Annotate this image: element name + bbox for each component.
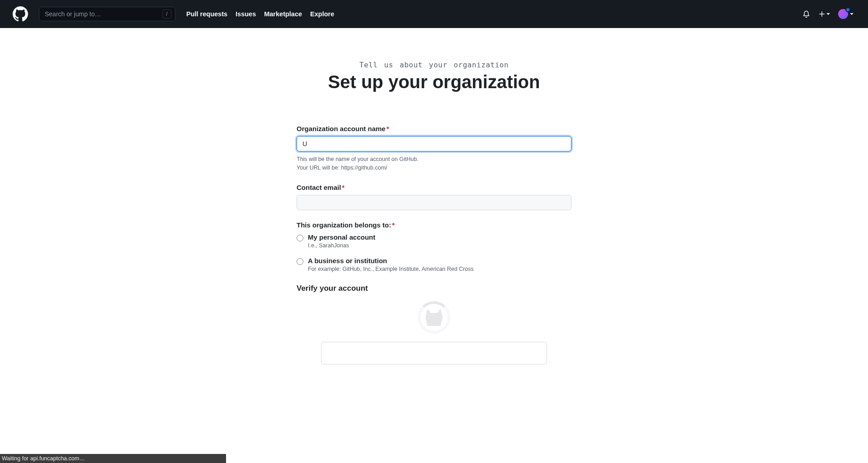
page-subtitle: Tell us about your organization — [276, 61, 592, 69]
status-indicator-icon — [845, 7, 850, 12]
github-logo[interactable] — [13, 6, 28, 22]
belongs-to-label: This organization belongs to:* — [297, 221, 571, 229]
captcha-container[interactable] — [321, 342, 547, 364]
nav-pull-requests[interactable]: Pull requests — [186, 10, 227, 18]
chevron-down-icon — [826, 13, 830, 15]
belongs-to-options: My personal account I.e., SarahJonas A b… — [297, 233, 571, 272]
notifications-button[interactable] — [802, 10, 810, 18]
required-marker: * — [342, 184, 344, 191]
primary-nav: Pull requests Issues Marketplace Explore — [186, 10, 334, 18]
option-business-label: A business or institution — [308, 257, 474, 265]
radio-business[interactable] — [297, 258, 303, 265]
global-search[interactable]: / — [39, 7, 175, 21]
option-business[interactable]: A business or institution For example: G… — [297, 257, 571, 272]
user-menu[interactable] — [838, 9, 854, 19]
required-marker: * — [392, 221, 395, 229]
option-personal-sub: I.e., SarahJonas — [308, 242, 375, 249]
page-title: Set up your organization — [276, 72, 592, 92]
option-business-sub: For example: GitHub, Inc., Example Insti… — [308, 266, 474, 272]
nav-marketplace[interactable]: Marketplace — [264, 10, 302, 18]
contact-email-input[interactable] — [297, 195, 571, 210]
search-input[interactable] — [45, 10, 162, 18]
global-header: / Pull requests Issues Marketplace Explo… — [0, 0, 868, 28]
org-name-hint: This will be the name of your account on… — [297, 155, 571, 173]
verify-loading-icon — [418, 301, 450, 334]
contact-email-label: Contact email* — [297, 184, 571, 191]
chevron-down-icon — [850, 13, 854, 15]
header-actions — [802, 9, 854, 19]
radio-personal[interactable] — [297, 235, 303, 241]
org-name-input[interactable] — [297, 136, 571, 151]
field-org-name: Organization account name* This will be … — [297, 125, 571, 173]
slash-hotkey-hint: / — [162, 9, 171, 19]
avatar — [838, 9, 848, 19]
main-content: Tell us about your organization Set up y… — [276, 28, 592, 364]
nav-issues[interactable]: Issues — [236, 10, 256, 18]
field-belongs-to: This organization belongs to:* My person… — [297, 221, 571, 272]
option-personal-label: My personal account — [308, 233, 375, 241]
field-contact-email: Contact email* — [297, 184, 571, 210]
verify-account-heading: Verify your account — [297, 284, 571, 293]
nav-explore[interactable]: Explore — [310, 10, 334, 18]
create-new-menu[interactable] — [818, 10, 830, 18]
option-personal-account[interactable]: My personal account I.e., SarahJonas — [297, 233, 571, 249]
required-marker: * — [387, 125, 389, 132]
org-setup-form: Organization account name* This will be … — [297, 125, 571, 364]
org-name-label: Organization account name* — [297, 125, 571, 132]
